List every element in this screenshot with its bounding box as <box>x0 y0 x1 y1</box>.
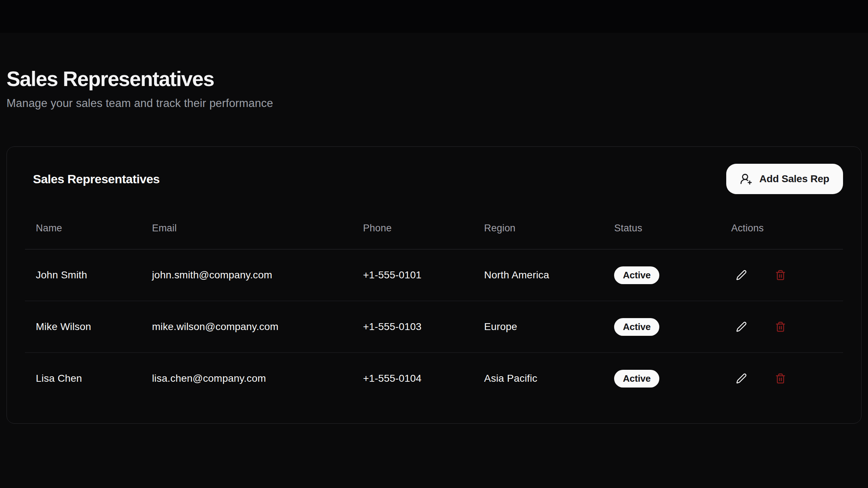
sales-reps-card: Sales Representatives Add Sales Rep <box>7 146 861 424</box>
status-badge: Active <box>614 318 659 336</box>
edit-button[interactable] <box>731 317 752 337</box>
rep-name: Mike Wilson <box>25 301 141 353</box>
trash-icon <box>775 373 786 384</box>
edit-button[interactable] <box>731 368 752 389</box>
rep-email: john.smith@company.com <box>141 249 352 301</box>
column-header-region: Region <box>473 194 604 249</box>
column-header-status: Status <box>603 194 720 249</box>
column-header-email: Email <box>141 194 352 249</box>
pencil-icon <box>736 270 747 281</box>
rep-region: Asia Pacific <box>473 353 604 404</box>
delete-button[interactable] <box>770 368 791 389</box>
card-title: Sales Representatives <box>25 172 159 186</box>
table-row: Mike Wilson mike.wilson@company.com +1-5… <box>25 301 843 353</box>
page-header: Sales Representatives Manage your sales … <box>7 67 273 110</box>
user-plus-icon <box>740 173 752 185</box>
pencil-icon <box>736 321 747 332</box>
card-header: Sales Representatives Add Sales Rep <box>25 147 843 194</box>
rep-name: Lisa Chen <box>25 353 141 404</box>
add-sales-rep-label: Add Sales Rep <box>760 173 829 185</box>
edit-button[interactable] <box>731 265 752 285</box>
column-header-name: Name <box>25 194 141 249</box>
column-header-phone: Phone <box>352 194 473 249</box>
rep-phone: +1-555-0101 <box>352 249 473 301</box>
trash-icon <box>775 321 786 332</box>
status-badge: Active <box>614 370 659 388</box>
table-header-row: Name Email Phone Region Status Actions <box>25 194 843 249</box>
page-title: Sales Representatives <box>7 67 273 91</box>
rep-email: lisa.chen@company.com <box>141 353 352 404</box>
table-row: John Smith john.smith@company.com +1-555… <box>25 249 843 301</box>
rep-email: mike.wilson@company.com <box>141 301 352 353</box>
delete-button[interactable] <box>770 265 791 285</box>
pencil-icon <box>736 373 747 384</box>
page-subtitle: Manage your sales team and track their p… <box>7 97 273 110</box>
delete-button[interactable] <box>770 317 791 337</box>
rep-region: North America <box>473 249 604 301</box>
trash-icon <box>775 270 786 281</box>
table-row: Lisa Chen lisa.chen@company.com +1-555-0… <box>25 353 843 404</box>
rep-region: Europe <box>473 301 604 353</box>
column-header-actions: Actions <box>720 194 843 249</box>
status-badge: Active <box>614 266 659 284</box>
rep-phone: +1-555-0103 <box>352 301 473 353</box>
rep-name: John Smith <box>25 249 141 301</box>
rep-phone: +1-555-0104 <box>352 353 473 404</box>
page: Sales Representatives Manage your sales … <box>0 0 868 488</box>
sales-reps-table: Name Email Phone Region Status Actions J… <box>25 194 843 404</box>
add-sales-rep-button[interactable]: Add Sales Rep <box>726 164 843 194</box>
